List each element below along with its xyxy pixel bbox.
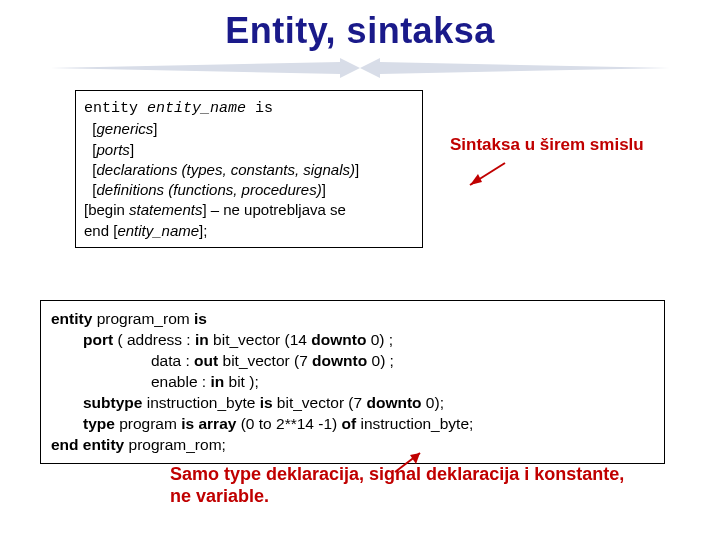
annotation-broader-syntax: Sintaksa u širem smislu — [450, 135, 710, 155]
svg-marker-3 — [470, 174, 482, 185]
slide-title: Entity, sintaksa — [0, 10, 720, 52]
svg-marker-1 — [360, 58, 670, 78]
syntax-box: entity entity_name is [generics] [ports]… — [75, 90, 423, 248]
arrow-icon — [460, 160, 510, 190]
svg-marker-0 — [50, 58, 360, 78]
separator-arrows — [50, 58, 670, 78]
kw-entity: entity — [84, 100, 147, 117]
annotation-only-type: Samo type deklaracija, signal deklaracij… — [170, 464, 630, 507]
code-example-box: entity program_rom is port ( address : i… — [40, 300, 665, 464]
